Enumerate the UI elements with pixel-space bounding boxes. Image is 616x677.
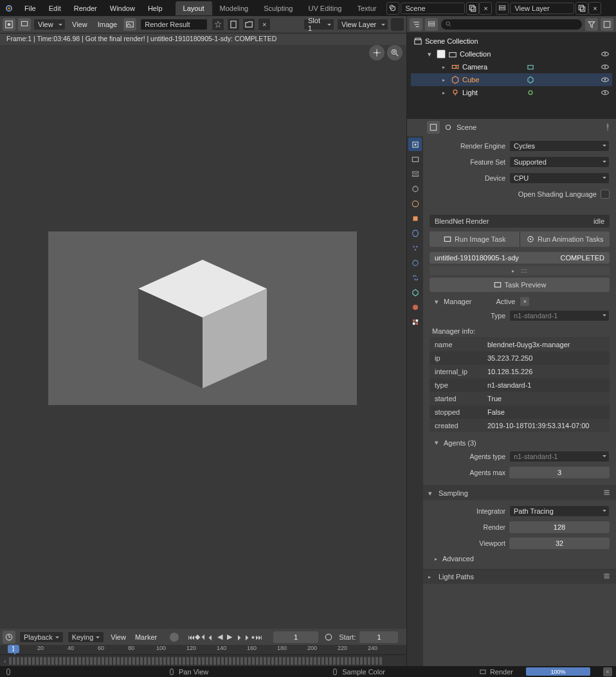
tab-texture[interactable]: Textur (349, 1, 384, 15)
new-collection-icon[interactable] (601, 18, 613, 31)
keyframe-next-icon[interactable]: ⏵◆ (244, 633, 253, 642)
renderlayer-dropdown[interactable]: View Layer (337, 19, 388, 30)
disclosure-icon[interactable]: ▸ (439, 75, 448, 84)
run-anim-button[interactable]: Run Animation Tasks (520, 231, 610, 247)
light-row[interactable]: ▸ Light (411, 86, 612, 99)
run-image-button[interactable]: Run Image Task (430, 231, 520, 247)
timeline-view-menu[interactable]: View (108, 632, 129, 642)
task-expand[interactable]: ▸ :::: (430, 266, 610, 275)
pin-icon[interactable] (603, 123, 612, 132)
modifier-tab-icon[interactable] (408, 226, 422, 240)
viewlayer-tab-icon[interactable] (408, 167, 422, 181)
autokey-toggle[interactable] (170, 633, 179, 642)
slot-dropdown[interactable]: Slot 1 (303, 19, 334, 30)
jump-end-icon[interactable]: ⏭ (254, 633, 263, 642)
mode-icon[interactable] (18, 18, 31, 31)
keying-menu[interactable]: Keying (68, 631, 105, 643)
play-reverse-icon[interactable]: ◀ (215, 633, 224, 642)
advanced-subpanel[interactable]: ▸Advanced (430, 552, 610, 565)
viewlayer-delete-icon[interactable]: × (588, 2, 601, 15)
visibility-icon[interactable] (601, 75, 610, 84)
tab-uvediting[interactable]: UV Editing (300, 1, 349, 15)
camera-row[interactable]: ▸ Camera (411, 60, 612, 73)
frame-prev-icon[interactable]: ⏴ (206, 633, 215, 642)
outliner-editor-icon[interactable] (410, 18, 422, 31)
collection-row[interactable]: ▾ Collection (411, 48, 612, 60)
tab-modeling[interactable]: Modeling (212, 1, 257, 15)
display-mode-icon[interactable] (425, 18, 438, 31)
current-frame-field[interactable]: 1 (273, 631, 318, 643)
collection-checkbox[interactable] (437, 50, 446, 59)
image-browse-icon[interactable] (123, 18, 136, 31)
menu-edit[interactable]: Edit (42, 2, 68, 15)
outliner-search[interactable] (440, 19, 583, 30)
scene-browse-icon[interactable] (386, 2, 399, 15)
keyframe-prev-icon[interactable]: ◆⏴ (196, 633, 205, 642)
pass-dropdown-icon[interactable] (391, 18, 404, 31)
menu-file[interactable]: File (18, 2, 42, 15)
visibility-icon[interactable] (601, 62, 610, 71)
material-tab-icon[interactable] (408, 300, 422, 314)
visibility-icon[interactable] (601, 50, 610, 59)
filter-icon[interactable] (585, 18, 598, 31)
props-editor-icon[interactable] (427, 121, 440, 134)
pan-gizmo-icon[interactable] (369, 45, 385, 60)
lightpaths-panel-header[interactable]: ▸ Light Paths (423, 570, 616, 584)
image-viewport[interactable] (0, 45, 406, 629)
disclosure-icon[interactable]: ▸ (439, 62, 448, 71)
image-open-icon[interactable] (242, 18, 255, 31)
menu-window[interactable]: Window (104, 2, 141, 15)
timeline-editor-icon[interactable] (3, 631, 15, 644)
texture-tab-icon[interactable] (408, 315, 422, 329)
viewlayer-name-field[interactable]: View Layer (510, 3, 574, 14)
osl-checkbox[interactable] (601, 190, 610, 199)
scene-delete-icon[interactable]: × (479, 2, 492, 15)
playhead[interactable]: 1 (8, 645, 19, 653)
agents-subpanel[interactable]: ▾ Agents (3) (430, 436, 610, 449)
image-unlink-icon[interactable]: × (258, 18, 271, 31)
particle-tab-icon[interactable] (408, 241, 422, 255)
samples-viewport-field[interactable]: 32 (509, 537, 610, 549)
cancel-render-icon[interactable]: × (603, 667, 612, 676)
use-preview-range-icon[interactable] (322, 631, 335, 644)
blender-logo-icon[interactable] (3, 2, 15, 15)
sampling-panel-header[interactable]: ▾ Sampling (423, 486, 616, 500)
manager-type-field[interactable]: n1-standard-1 (509, 310, 610, 321)
list-icon[interactable] (602, 488, 611, 498)
list-icon[interactable] (602, 572, 611, 582)
render-tab-icon[interactable] (408, 138, 422, 151)
agents-max-field[interactable]: 3 (509, 467, 610, 478)
viewlayer-browse-icon[interactable] (496, 2, 509, 15)
timeline-ruler[interactable]: 1 20 40 60 80 100 120 140 160 180 200 22… (0, 645, 406, 654)
disclosure-icon[interactable]: ▾ (425, 50, 434, 59)
samples-render-field[interactable]: 128 (509, 521, 610, 533)
manager-subpanel[interactable]: ▾ Manager Active × (430, 294, 610, 309)
image-pin-icon[interactable] (212, 18, 224, 31)
object-tab-icon[interactable] (408, 212, 422, 225)
tab-layout[interactable]: Layout (176, 1, 212, 15)
data-tab-icon[interactable] (408, 285, 422, 299)
agents-type-field[interactable]: n1-standard-1 (509, 451, 610, 462)
scene-name-field[interactable]: Scene (401, 3, 465, 14)
playback-menu[interactable]: Playback (19, 631, 64, 643)
task-preview-button[interactable]: Task Preview (430, 278, 610, 292)
physics-tab-icon[interactable] (408, 256, 422, 269)
manager-stop-icon[interactable]: × (520, 297, 529, 306)
image-new-icon[interactable] (227, 18, 240, 31)
scene-tab-icon[interactable] (408, 182, 422, 195)
menu-image[interactable]: Image (94, 19, 122, 30)
timeline-marker-menu[interactable]: Marker (132, 632, 159, 642)
menu-help[interactable]: Help (141, 2, 169, 15)
constraint-tab-icon[interactable] (408, 271, 422, 284)
play-icon[interactable]: ▶ (225, 633, 234, 642)
scene-collection-row[interactable]: Scene Collection (411, 35, 612, 48)
menu-view2[interactable]: View (68, 19, 91, 30)
cube-row[interactable]: ▸ Cube (411, 73, 612, 86)
image-name-field[interactable]: Render Result (140, 19, 208, 30)
visibility-icon[interactable] (601, 88, 610, 97)
scene-new-icon[interactable] (466, 2, 479, 15)
device-dropdown[interactable]: CPU (509, 172, 610, 184)
tab-sculpting[interactable]: Sculpting (256, 1, 300, 15)
frame-next-icon[interactable]: ⏵ (235, 633, 244, 642)
menu-render[interactable]: Render (68, 2, 104, 15)
